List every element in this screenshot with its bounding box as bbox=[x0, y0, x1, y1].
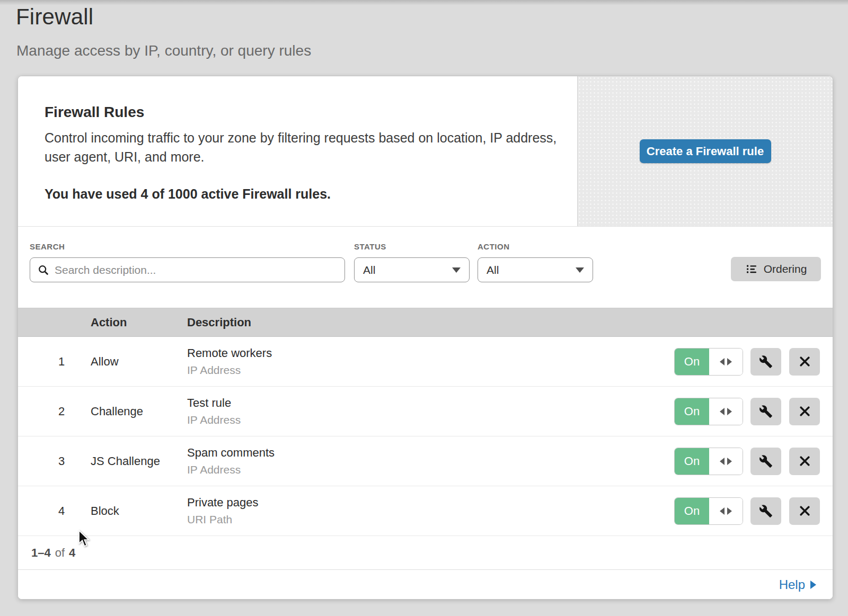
rules-usage-text: You have used 4 of 1000 active Firewall … bbox=[45, 186, 561, 202]
description-line-1: Control incoming traffic to your zone by… bbox=[45, 130, 556, 145]
action-select[interactable]: All bbox=[478, 257, 593, 282]
search-input[interactable] bbox=[55, 264, 337, 276]
toggle-on-label: On bbox=[675, 349, 709, 375]
caret-down-icon bbox=[576, 267, 584, 273]
action-filter-group: ACTION All bbox=[478, 242, 593, 282]
action-label: ACTION bbox=[478, 242, 593, 251]
triangle-left-icon bbox=[720, 507, 725, 515]
triangle-right-icon bbox=[727, 358, 732, 365]
table-row: 1 Allow Remote workers IP Address On bbox=[18, 337, 833, 387]
toggle-on-label: On bbox=[675, 498, 709, 524]
table-row: 2 Challenge Test rule IP Address On bbox=[18, 387, 833, 436]
rule-enabled-toggle[interactable]: On bbox=[674, 448, 743, 475]
page-title: Firewall bbox=[16, 4, 93, 30]
rule-enabled-toggle[interactable]: On bbox=[674, 398, 743, 425]
create-firewall-rule-button[interactable]: Create a Firewall rule bbox=[640, 139, 771, 163]
status-label: STATUS bbox=[354, 242, 470, 251]
delete-rule-button[interactable] bbox=[789, 348, 820, 376]
rule-match-type: URI Path bbox=[187, 513, 674, 526]
help-arrow-icon bbox=[810, 581, 816, 589]
close-icon bbox=[798, 454, 811, 468]
ordering-list-icon bbox=[745, 263, 758, 275]
rule-priority: 3 bbox=[18, 454, 91, 468]
rule-controls: On bbox=[674, 398, 820, 425]
rule-description: Private pages bbox=[187, 496, 674, 510]
triangle-left-icon bbox=[720, 408, 725, 415]
rule-description-cell: Private pages URI Path bbox=[187, 496, 674, 526]
rule-description: Remote workers bbox=[187, 346, 674, 360]
rule-description-cell: Spam comments IP Address bbox=[187, 446, 674, 476]
column-header-action: Action bbox=[91, 316, 187, 329]
help-link[interactable]: Help bbox=[779, 577, 816, 592]
rule-description-cell: Test rule IP Address bbox=[187, 396, 674, 426]
wrench-icon bbox=[759, 405, 773, 418]
wrench-icon bbox=[759, 355, 773, 369]
description-line-2: user agent, URI, and more. bbox=[45, 149, 205, 164]
firewall-rules-header-section: Firewall Rules Control incoming traffic … bbox=[18, 76, 833, 227]
rule-description: Test rule bbox=[187, 396, 674, 410]
search-label: SEARCH bbox=[30, 242, 345, 251]
triangle-right-icon bbox=[727, 507, 732, 515]
delete-rule-button[interactable] bbox=[789, 497, 820, 525]
wrench-icon bbox=[759, 454, 773, 468]
rule-match-type: IP Address bbox=[187, 364, 674, 377]
table-row: 4 Block Private pages URI Path On bbox=[18, 486, 833, 536]
card-footer: Help bbox=[18, 570, 833, 599]
table-header-row: Action Description bbox=[18, 308, 833, 337]
edit-rule-button[interactable] bbox=[750, 348, 781, 376]
search-box[interactable] bbox=[30, 257, 345, 282]
pagination: 1–4 of 4 bbox=[18, 536, 833, 570]
rule-action: JS Challenge bbox=[91, 454, 187, 468]
rule-description: Spam comments bbox=[187, 446, 674, 460]
toggle-on-label: On bbox=[675, 448, 709, 475]
edit-rule-button[interactable] bbox=[750, 398, 781, 425]
close-icon bbox=[798, 405, 811, 418]
delete-rule-button[interactable] bbox=[789, 398, 820, 425]
rule-action: Challenge bbox=[91, 405, 187, 418]
rule-controls: On bbox=[674, 348, 820, 376]
triangle-left-icon bbox=[720, 358, 725, 365]
firewall-page: { "page": { "title": "Firewall", "subtit… bbox=[0, 0, 848, 616]
status-select[interactable]: All bbox=[354, 257, 470, 282]
firewall-rules-intro: Firewall Rules Control incoming traffic … bbox=[18, 76, 577, 226]
create-rule-panel: Create a Firewall rule bbox=[577, 76, 833, 226]
rule-enabled-toggle[interactable]: On bbox=[674, 497, 743, 525]
pagination-of: of bbox=[55, 546, 65, 560]
rule-priority: 2 bbox=[18, 405, 91, 418]
action-selected-value: All bbox=[487, 264, 499, 276]
ordering-button-label: Ordering bbox=[764, 263, 807, 275]
rule-description-cell: Remote workers IP Address bbox=[187, 346, 674, 377]
rule-controls: On bbox=[674, 497, 820, 525]
delete-rule-button[interactable] bbox=[789, 448, 820, 475]
rule-action: Allow bbox=[91, 355, 187, 369]
toggle-arrows-icon bbox=[709, 349, 743, 375]
rule-controls: On bbox=[674, 448, 820, 475]
table-row: 3 JS Challenge Spam comments IP Address … bbox=[18, 436, 833, 486]
help-link-label: Help bbox=[779, 577, 805, 592]
filter-bar: SEARCH STATUS All ACTION All bbox=[18, 227, 833, 308]
edit-rule-button[interactable] bbox=[750, 448, 781, 475]
rule-action: Block bbox=[91, 504, 187, 518]
toggle-arrows-icon bbox=[709, 498, 743, 524]
ordering-button[interactable]: Ordering bbox=[731, 257, 821, 281]
rule-match-type: IP Address bbox=[187, 463, 674, 476]
close-icon bbox=[798, 504, 811, 517]
toggle-on-label: On bbox=[675, 398, 709, 425]
pagination-range: 1–4 bbox=[31, 546, 51, 560]
rule-enabled-toggle[interactable]: On bbox=[674, 348, 743, 376]
search-group: SEARCH bbox=[30, 242, 345, 282]
rule-priority: 1 bbox=[18, 355, 91, 369]
page-subtitle: Manage access by IP, country, or query r… bbox=[16, 42, 311, 59]
caret-down-icon bbox=[452, 267, 461, 273]
rule-priority: 4 bbox=[18, 504, 91, 518]
edit-rule-button[interactable] bbox=[750, 497, 781, 525]
rules-table-body: 1 Allow Remote workers IP Address On bbox=[18, 337, 833, 536]
status-filter-group: STATUS All bbox=[354, 242, 470, 282]
column-header-description: Description bbox=[187, 316, 676, 329]
triangle-right-icon bbox=[727, 408, 732, 415]
wrench-icon bbox=[759, 504, 773, 518]
firewall-rules-description: Control incoming traffic to your zone by… bbox=[45, 128, 561, 166]
close-icon bbox=[798, 355, 811, 368]
firewall-rules-heading: Firewall Rules bbox=[45, 104, 561, 121]
triangle-right-icon bbox=[727, 458, 732, 465]
